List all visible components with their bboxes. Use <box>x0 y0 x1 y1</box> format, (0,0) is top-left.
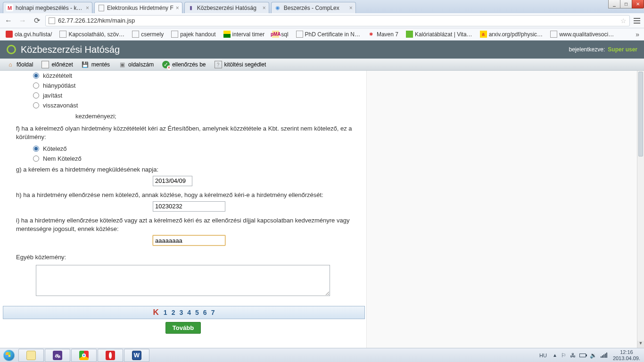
bookmark-item[interactable]: csermely <box>129 30 166 39</box>
radio-kozzetetelt[interactable] <box>33 73 39 79</box>
chrome-menu-icon[interactable] <box>633 18 641 24</box>
input-date-g[interactable] <box>153 176 192 186</box>
taskbar-opera[interactable] <box>98 349 123 362</box>
pager-page[interactable]: 3 <box>179 309 183 316</box>
url-text: 62.77.226.122/hkm/main.jsp <box>58 17 618 24</box>
bookmark-item[interactable]: pajek handout <box>168 30 218 39</box>
tab-title: holnapi megbeszélés - kin… <box>16 5 83 11</box>
leaf-icon <box>406 31 413 38</box>
app-header: Közbeszerzési Hatóság bejelentkezve: Sup… <box>0 41 644 58</box>
reload-button[interactable]: ⟳ <box>31 15 42 26</box>
next-button[interactable]: Tovább <box>165 322 201 334</box>
radio-kotelezo[interactable] <box>33 146 39 152</box>
label-f: f) ha a kérelmező olyan hirdetmény közzé… <box>16 123 359 143</box>
home-icon: ⌂ <box>7 61 14 68</box>
taskbar-app[interactable]: ௲ <box>45 349 70 362</box>
back-button[interactable]: ← <box>3 15 14 26</box>
scroll-down-icon[interactable]: ▼ <box>637 341 644 348</box>
bookmark-item[interactable]: ola.gvi.hu/lista/ <box>3 30 55 39</box>
tab-hirdetmeny[interactable]: Elektronikus Hirdetmény F × <box>94 2 182 13</box>
pager-page[interactable]: 2 <box>172 309 175 316</box>
input-h[interactable] <box>153 201 225 212</box>
scrollbar[interactable]: ▼ <box>637 71 644 348</box>
clock[interactable]: 12:16 2013.04.09. <box>611 349 642 361</box>
bookmarks-overflow-icon[interactable]: » <box>636 31 641 38</box>
pager-page[interactable]: 4 <box>187 309 191 316</box>
windows-taskbar: ௲ W HU ▲ ⚐ 🖧 🔉 12:16 2013.04.09. <box>0 348 644 362</box>
browser-tabstrip: M holnapi megbeszélés - kin… × Elektroni… <box>0 0 644 13</box>
toolbar-pagecount[interactable]: ▣oldalszám <box>116 60 157 69</box>
window-close[interactable]: ✕ <box>632 0 644 8</box>
check-icon: ✓ <box>162 61 170 68</box>
pages-icon: ▣ <box>118 61 126 68</box>
taskbar-explorer[interactable] <box>18 349 44 362</box>
flag-icon[interactable]: ⚐ <box>561 352 566 359</box>
page-icon <box>59 31 66 38</box>
gmail-icon: M <box>6 4 13 11</box>
window-minimize[interactable]: _ <box>608 0 620 8</box>
bookmark-item[interactable]: ✱Maven 7 <box>365 30 401 39</box>
bookmark-item[interactable]: Kapcsolatháló, szöv… <box>57 30 127 39</box>
input-i[interactable] <box>153 235 225 246</box>
pager-page[interactable]: 7 <box>211 309 215 316</box>
page-icon <box>132 31 139 38</box>
tab-close-icon[interactable]: × <box>263 5 266 11</box>
arxiv-icon: a <box>480 31 487 38</box>
windows-logo-icon <box>3 350 15 361</box>
globe-icon: ◉ <box>274 4 281 11</box>
bookmarks-bar: ola.gvi.hu/lista/ Kapcsolatháló, szöv… c… <box>0 28 644 41</box>
page-icon <box>296 31 303 38</box>
chrome-icon <box>79 351 89 360</box>
bookmark-item[interactable]: interval timer <box>221 30 268 39</box>
pager-page[interactable]: 5 <box>195 309 199 316</box>
pager-k[interactable]: K <box>153 308 159 317</box>
address-bar[interactable]: 62.77.226.122/hkm/main.jsp ☆ <box>45 15 630 26</box>
volume-icon[interactable]: 🔉 <box>590 352 597 359</box>
bookmark-item[interactable]: PhD Certificate in N… <box>293 30 363 39</box>
textarea-other[interactable] <box>36 265 330 296</box>
tab-kh[interactable]: ▮ Közbeszerzési Hatóság × <box>184 2 269 13</box>
label-g: g) a kérelem és a hirdetmény megküldésén… <box>16 164 359 176</box>
radio-visszavonast[interactable] <box>33 102 39 108</box>
window-maximize[interactable]: □ <box>620 0 632 8</box>
site-icon <box>6 31 13 38</box>
scrollbar-thumb[interactable] <box>638 72 643 156</box>
tab-complex[interactable]: ◉ Beszerzés - CompLex × <box>271 2 356 13</box>
window-controls: _ □ ✕ <box>609 0 644 9</box>
pager-page[interactable]: 1 <box>164 309 167 316</box>
page-icon <box>49 17 55 24</box>
bookmark-item[interactable]: Kalóriatáblázat | Vita… <box>403 30 475 39</box>
toolbar-help[interactable]: ?kitöltési segédlet <box>212 60 269 69</box>
toolbar-home[interactable]: ⌂főoldal <box>4 60 36 69</box>
word-icon: W <box>132 351 141 360</box>
signal-icon[interactable] <box>601 353 607 358</box>
content-area: közzétételt hiánypótlást javítást vissza… <box>0 71 644 348</box>
login-status: bejelentkezve: Super user <box>569 46 637 53</box>
toolbar-check[interactable]: ✓ellenőrzés be <box>159 60 208 69</box>
radio-javitast[interactable] <box>33 92 39 99</box>
battery-icon[interactable] <box>579 354 586 357</box>
bookmark-item[interactable]: www.qualitativesoci… <box>547 30 617 39</box>
bookmark-item[interactable]: pMAsql <box>269 30 291 39</box>
taskbar-word[interactable]: W <box>124 349 149 362</box>
tray-overflow-icon[interactable]: ▲ <box>553 353 557 358</box>
bookmark-star-icon[interactable]: ☆ <box>620 17 627 25</box>
page-icon <box>98 4 105 11</box>
toolbar-preview[interactable]: előnézet <box>39 60 75 69</box>
bookmark-item[interactable]: aarxiv.org/pdf/physic… <box>477 30 546 39</box>
radio-nem-kotelezo[interactable] <box>33 156 39 162</box>
toolbar-save[interactable]: 💾mentés <box>79 60 113 69</box>
tab-close-icon[interactable]: × <box>86 5 89 11</box>
tab-close-icon[interactable]: × <box>349 5 353 11</box>
tab-gmail[interactable]: M holnapi megbeszélés - kin… × <box>3 2 92 13</box>
pager-page[interactable]: 6 <box>203 309 207 316</box>
tab-close-icon[interactable]: × <box>176 5 179 11</box>
language-indicator[interactable]: HU <box>537 352 549 359</box>
taskbar-chrome[interactable] <box>71 349 97 362</box>
network-icon[interactable]: 🖧 <box>570 352 576 359</box>
start-button[interactable] <box>0 348 18 362</box>
app-toolbar: ⌂főoldal előnézet 💾mentés ▣oldalszám ✓el… <box>0 58 644 71</box>
label-kezdemenyezi: kezdeményezi; <box>16 110 359 123</box>
radio-hianypotlast[interactable] <box>33 82 39 89</box>
forward-button[interactable]: → <box>17 15 28 26</box>
